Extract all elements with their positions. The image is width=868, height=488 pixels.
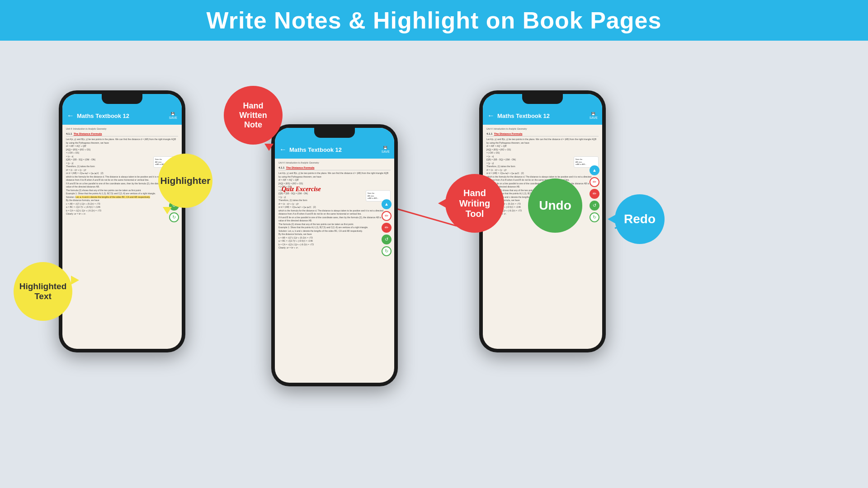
phone-2-toolbar: ▲ ✏ ✏ ↺ ↻ xyxy=(382,199,392,256)
phone-2-redo-btn[interactable]: ↻ xyxy=(382,246,392,256)
phone-3-undo-btn[interactable]: ↺ xyxy=(590,201,599,211)
callout-highlighter-tail xyxy=(163,207,172,214)
callout-undo-circle: Undo xyxy=(528,178,582,233)
phone-1-app-bar: ← Maths Textbook 12 💾 SAVE xyxy=(62,107,182,125)
phone-3-section-title: 4.1.1 The Distance Formula xyxy=(486,132,599,136)
phone-3-toolbar: ▲ ✏ ✏ ↺ ↻ xyxy=(590,165,599,222)
header-banner: Write Notes & Highlight on Book Pages xyxy=(0,0,868,41)
callout-redo-tail xyxy=(608,215,616,224)
phone-2-notch xyxy=(314,128,355,138)
phone-2-save-icon[interactable]: 💾 SAVE xyxy=(382,146,390,153)
callout-highlighter-circle: Highlighter xyxy=(158,154,212,208)
callout-highlighted-text-circle: HighlightedText xyxy=(14,262,72,321)
phone-3-app-bar: ← Maths Textbook 12 💾 SAVE xyxy=(483,107,602,125)
phone-2-section-title: 4.1.1 The Distance Formula xyxy=(278,166,391,170)
header-title: Write Notes & Highlight on Book Pages xyxy=(207,7,662,34)
phone-2-undo-btn[interactable]: ↺ xyxy=(382,235,392,244)
callout-highlighter-label: Highlighter xyxy=(160,175,211,186)
callout-handwriting-tool-circle: HandWritingTool xyxy=(445,174,504,233)
callout-highlighted-text-tail xyxy=(71,276,79,285)
phone-2-frame: ← Maths Textbook 12 💾 SAVE Unit 4: Intro… xyxy=(271,124,398,386)
phone-1-section-title: 4.1.1 The Distance Formula xyxy=(66,132,178,136)
phone-2-wrapper: ← Maths Textbook 12 💾 SAVE Unit 4: Intro… xyxy=(271,124,398,386)
phone-3-content: Unit 4: Introduction to Analytic Geometr… xyxy=(483,125,602,349)
phone-1-app-title: Maths Textbook 12 xyxy=(77,113,166,119)
phone-3-save-icon[interactable]: 💾 SAVE xyxy=(590,112,598,119)
callout-undo-bubble: Undo xyxy=(528,178,582,233)
phone-2-highlight-btn[interactable]: ✏ xyxy=(382,223,392,233)
phone-1-unit-header: Unit 4: Introduction to Analytic Geometr… xyxy=(66,127,178,131)
phone-3-pen-btn[interactable]: ✏ xyxy=(590,177,599,187)
phone-1-frame: ← Maths Textbook 12 💾 SAVE Unit 4: Intro… xyxy=(59,90,185,352)
phone-2-unit-header: Unit 4: Introduction to Analytic Geometr… xyxy=(278,161,391,164)
phone-2-pen-btn[interactable]: ✏ xyxy=(382,211,392,221)
callout-handwritten-note-circle: HandWrittenNote xyxy=(224,86,283,145)
phone-1-wrapper: ← Maths Textbook 12 💾 SAVE Unit 4: Intro… xyxy=(59,90,185,352)
phones-section: ← Maths Textbook 12 💾 SAVE Unit 4: Intro… xyxy=(0,41,868,488)
callout-redo-circle: Redo xyxy=(615,194,665,244)
phone-2-text-content: Let A(x, y) and B(x, y) be two points in… xyxy=(278,172,391,250)
callout-highlighted-text-bubble: HighlightedText xyxy=(14,262,72,321)
phone-3-notch xyxy=(522,94,563,104)
phone-1-notch xyxy=(102,94,142,104)
phone-2-screen: ← Maths Textbook 12 💾 SAVE Unit 4: Intro… xyxy=(275,128,394,383)
phone-1-screen: ← Maths Textbook 12 💾 SAVE Unit 4: Intro… xyxy=(62,94,182,349)
phone-3-unit-header: Unit 4: Introduction to Analytic Geometr… xyxy=(486,127,599,131)
callout-handwriting-tool-label: HandWritingTool xyxy=(459,188,491,219)
phone-3-highlight-btn[interactable]: ✏ xyxy=(590,189,599,199)
callout-redo-bubble: Redo xyxy=(615,194,665,244)
callout-highlighted-text-label: HighlightedText xyxy=(19,282,66,301)
phone-2-content: Unit 4: Introduction to Analytic Geometr… xyxy=(275,159,394,383)
phone-3-back-arrow[interactable]: ← xyxy=(487,112,495,120)
phone-1-back-arrow[interactable]: ← xyxy=(67,112,74,120)
callout-redo-label: Redo xyxy=(624,212,656,226)
phone-3-redo-btn[interactable]: ↻ xyxy=(590,212,599,222)
callout-handwriting-tool-bubble: HandWritingTool xyxy=(445,174,504,233)
callout-undo-label: Undo xyxy=(539,198,571,213)
callout-highlighter-bubble: Highlighter xyxy=(158,154,212,208)
callout-handwritten-note-label: HandWrittenNote xyxy=(239,101,267,130)
callout-handwritten-note-bubble: HandWrittenNote xyxy=(224,86,283,145)
callout-handwriting-tool-tail xyxy=(438,199,446,208)
quiz-text-overlay: Quiz Excercise xyxy=(282,185,381,194)
quiz-excercise-text: Quiz Excercise xyxy=(282,186,321,192)
phone-2-back-arrow[interactable]: ← xyxy=(279,145,287,154)
phone-2-app-bar: ← Maths Textbook 12 💾 SAVE xyxy=(275,141,394,159)
callout-handwritten-note-tail xyxy=(264,144,274,151)
phone-3-app-title: Maths Textbook 12 xyxy=(497,113,587,119)
phone-2-scroll-up[interactable]: ▲ xyxy=(382,199,392,209)
phone-2-app-title: Maths Textbook 12 xyxy=(289,146,379,153)
phone-1-save-icon[interactable]: 💾 SAVE xyxy=(169,112,177,119)
phone-3-scroll-up[interactable]: ▲ xyxy=(590,165,599,175)
